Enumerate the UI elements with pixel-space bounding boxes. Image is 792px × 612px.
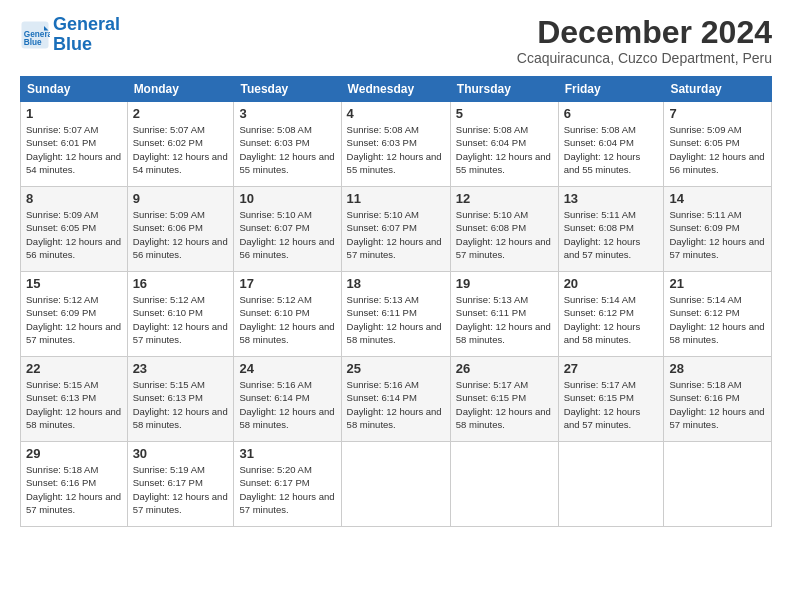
- day-number: 20: [564, 276, 659, 291]
- logo-text: GeneralBlue: [53, 15, 120, 55]
- calendar-header-tuesday: Tuesday: [234, 77, 341, 102]
- day-number: 23: [133, 361, 229, 376]
- calendar-week-5: 29 Sunrise: 5:18 AMSunset: 6:16 PMDaylig…: [21, 442, 772, 527]
- title-block: December 2024 Ccaquiracunca, Cuzco Depar…: [517, 15, 772, 66]
- day-info: Sunrise: 5:10 AMSunset: 6:08 PMDaylight:…: [456, 209, 551, 260]
- day-info: Sunrise: 5:08 AMSunset: 6:03 PMDaylight:…: [347, 124, 442, 175]
- calendar-cell: 31 Sunrise: 5:20 AMSunset: 6:17 PMDaylig…: [234, 442, 341, 527]
- day-number: 5: [456, 106, 553, 121]
- day-info: Sunrise: 5:19 AMSunset: 6:17 PMDaylight:…: [133, 464, 228, 515]
- calendar-week-4: 22 Sunrise: 5:15 AMSunset: 6:13 PMDaylig…: [21, 357, 772, 442]
- day-info: Sunrise: 5:07 AMSunset: 6:01 PMDaylight:…: [26, 124, 121, 175]
- calendar-cell: [664, 442, 772, 527]
- day-info: Sunrise: 5:17 AMSunset: 6:15 PMDaylight:…: [564, 379, 641, 430]
- calendar-cell: 13 Sunrise: 5:11 AMSunset: 6:08 PMDaylig…: [558, 187, 664, 272]
- day-number: 28: [669, 361, 766, 376]
- day-number: 7: [669, 106, 766, 121]
- day-number: 12: [456, 191, 553, 206]
- calendar-cell: 12 Sunrise: 5:10 AMSunset: 6:08 PMDaylig…: [450, 187, 558, 272]
- day-number: 19: [456, 276, 553, 291]
- day-info: Sunrise: 5:08 AMSunset: 6:03 PMDaylight:…: [239, 124, 334, 175]
- day-number: 1: [26, 106, 122, 121]
- calendar-cell: 29 Sunrise: 5:18 AMSunset: 6:16 PMDaylig…: [21, 442, 128, 527]
- header: General Blue GeneralBlue December 2024 C…: [20, 15, 772, 66]
- calendar-week-1: 1 Sunrise: 5:07 AMSunset: 6:01 PMDayligh…: [21, 102, 772, 187]
- calendar-cell: 16 Sunrise: 5:12 AMSunset: 6:10 PMDaylig…: [127, 272, 234, 357]
- day-info: Sunrise: 5:12 AMSunset: 6:10 PMDaylight:…: [239, 294, 334, 345]
- day-number: 31: [239, 446, 335, 461]
- day-number: 24: [239, 361, 335, 376]
- day-info: Sunrise: 5:14 AMSunset: 6:12 PMDaylight:…: [669, 294, 764, 345]
- day-info: Sunrise: 5:09 AMSunset: 6:05 PMDaylight:…: [669, 124, 764, 175]
- month-title: December 2024: [517, 15, 772, 50]
- calendar-cell: 24 Sunrise: 5:16 AMSunset: 6:14 PMDaylig…: [234, 357, 341, 442]
- day-info: Sunrise: 5:11 AMSunset: 6:08 PMDaylight:…: [564, 209, 641, 260]
- day-number: 21: [669, 276, 766, 291]
- calendar-cell: [341, 442, 450, 527]
- calendar-cell: 30 Sunrise: 5:19 AMSunset: 6:17 PMDaylig…: [127, 442, 234, 527]
- day-number: 17: [239, 276, 335, 291]
- calendar-cell: 5 Sunrise: 5:08 AMSunset: 6:04 PMDayligh…: [450, 102, 558, 187]
- calendar-cell: 27 Sunrise: 5:17 AMSunset: 6:15 PMDaylig…: [558, 357, 664, 442]
- calendar-header-saturday: Saturday: [664, 77, 772, 102]
- calendar-cell: [450, 442, 558, 527]
- calendar-cell: 6 Sunrise: 5:08 AMSunset: 6:04 PMDayligh…: [558, 102, 664, 187]
- day-info: Sunrise: 5:07 AMSunset: 6:02 PMDaylight:…: [133, 124, 228, 175]
- calendar-cell: 18 Sunrise: 5:13 AMSunset: 6:11 PMDaylig…: [341, 272, 450, 357]
- day-number: 4: [347, 106, 445, 121]
- calendar-cell: 7 Sunrise: 5:09 AMSunset: 6:05 PMDayligh…: [664, 102, 772, 187]
- day-number: 3: [239, 106, 335, 121]
- calendar-cell: 28 Sunrise: 5:18 AMSunset: 6:16 PMDaylig…: [664, 357, 772, 442]
- day-number: 14: [669, 191, 766, 206]
- calendar-week-3: 15 Sunrise: 5:12 AMSunset: 6:09 PMDaylig…: [21, 272, 772, 357]
- calendar-header-sunday: Sunday: [21, 77, 128, 102]
- day-info: Sunrise: 5:09 AMSunset: 6:05 PMDaylight:…: [26, 209, 121, 260]
- calendar-cell: 19 Sunrise: 5:13 AMSunset: 6:11 PMDaylig…: [450, 272, 558, 357]
- calendar-cell: 3 Sunrise: 5:08 AMSunset: 6:03 PMDayligh…: [234, 102, 341, 187]
- calendar-cell: 15 Sunrise: 5:12 AMSunset: 6:09 PMDaylig…: [21, 272, 128, 357]
- day-info: Sunrise: 5:08 AMSunset: 6:04 PMDaylight:…: [456, 124, 551, 175]
- day-info: Sunrise: 5:10 AMSunset: 6:07 PMDaylight:…: [239, 209, 334, 260]
- day-number: 15: [26, 276, 122, 291]
- day-number: 6: [564, 106, 659, 121]
- calendar-cell: 8 Sunrise: 5:09 AMSunset: 6:05 PMDayligh…: [21, 187, 128, 272]
- day-info: Sunrise: 5:20 AMSunset: 6:17 PMDaylight:…: [239, 464, 334, 515]
- svg-text:Blue: Blue: [24, 38, 42, 47]
- calendar-cell: 2 Sunrise: 5:07 AMSunset: 6:02 PMDayligh…: [127, 102, 234, 187]
- day-info: Sunrise: 5:11 AMSunset: 6:09 PMDaylight:…: [669, 209, 764, 260]
- calendar-header-row: SundayMondayTuesdayWednesdayThursdayFrid…: [21, 77, 772, 102]
- calendar-cell: 1 Sunrise: 5:07 AMSunset: 6:01 PMDayligh…: [21, 102, 128, 187]
- calendar-cell: 4 Sunrise: 5:08 AMSunset: 6:03 PMDayligh…: [341, 102, 450, 187]
- calendar-cell: 9 Sunrise: 5:09 AMSunset: 6:06 PMDayligh…: [127, 187, 234, 272]
- calendar-header-friday: Friday: [558, 77, 664, 102]
- day-info: Sunrise: 5:18 AMSunset: 6:16 PMDaylight:…: [669, 379, 764, 430]
- calendar-table: SundayMondayTuesdayWednesdayThursdayFrid…: [20, 76, 772, 527]
- calendar-cell: 22 Sunrise: 5:15 AMSunset: 6:13 PMDaylig…: [21, 357, 128, 442]
- day-number: 22: [26, 361, 122, 376]
- day-info: Sunrise: 5:12 AMSunset: 6:09 PMDaylight:…: [26, 294, 121, 345]
- page: General Blue GeneralBlue December 2024 C…: [0, 0, 792, 537]
- day-info: Sunrise: 5:13 AMSunset: 6:11 PMDaylight:…: [347, 294, 442, 345]
- day-info: Sunrise: 5:12 AMSunset: 6:10 PMDaylight:…: [133, 294, 228, 345]
- calendar-cell: 17 Sunrise: 5:12 AMSunset: 6:10 PMDaylig…: [234, 272, 341, 357]
- day-info: Sunrise: 5:15 AMSunset: 6:13 PMDaylight:…: [26, 379, 121, 430]
- day-info: Sunrise: 5:17 AMSunset: 6:15 PMDaylight:…: [456, 379, 551, 430]
- day-info: Sunrise: 5:10 AMSunset: 6:07 PMDaylight:…: [347, 209, 442, 260]
- day-number: 29: [26, 446, 122, 461]
- day-number: 16: [133, 276, 229, 291]
- calendar-week-2: 8 Sunrise: 5:09 AMSunset: 6:05 PMDayligh…: [21, 187, 772, 272]
- day-number: 30: [133, 446, 229, 461]
- location: Ccaquiracunca, Cuzco Department, Peru: [517, 50, 772, 66]
- day-number: 10: [239, 191, 335, 206]
- day-info: Sunrise: 5:16 AMSunset: 6:14 PMDaylight:…: [239, 379, 334, 430]
- logo-icon: General Blue: [20, 20, 50, 50]
- calendar-cell: 20 Sunrise: 5:14 AMSunset: 6:12 PMDaylig…: [558, 272, 664, 357]
- calendar-cell: 14 Sunrise: 5:11 AMSunset: 6:09 PMDaylig…: [664, 187, 772, 272]
- calendar-cell: 25 Sunrise: 5:16 AMSunset: 6:14 PMDaylig…: [341, 357, 450, 442]
- day-info: Sunrise: 5:16 AMSunset: 6:14 PMDaylight:…: [347, 379, 442, 430]
- calendar-cell: 10 Sunrise: 5:10 AMSunset: 6:07 PMDaylig…: [234, 187, 341, 272]
- calendar-header-monday: Monday: [127, 77, 234, 102]
- day-info: Sunrise: 5:15 AMSunset: 6:13 PMDaylight:…: [133, 379, 228, 430]
- day-number: 25: [347, 361, 445, 376]
- day-number: 11: [347, 191, 445, 206]
